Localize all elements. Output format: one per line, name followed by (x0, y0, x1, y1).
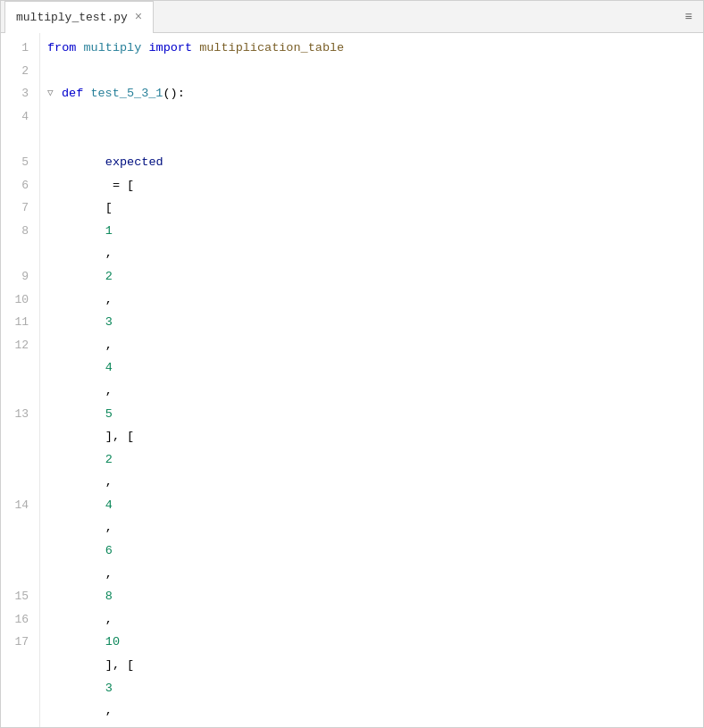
code-content[interactable]: from multiply import multiplication_tabl… (40, 33, 703, 727)
keyword-from: from (47, 37, 76, 60)
line-num-13: 13 (8, 403, 29, 426)
line-num-12b (8, 356, 29, 380)
line-numbers: 1 2 3 4 5 6 7 8 9 10 11 12 13 14 15 16 (1, 33, 40, 727)
line-num-8b (8, 242, 29, 265)
code-line-3: ▽ def test_5_3_1 (): (40, 82, 703, 105)
editor-container: multiply_test.py × ≡ 1 2 3 4 5 6 7 8 9 1… (0, 0, 704, 728)
menu-icon: ≡ (685, 10, 692, 24)
line-num-14b (8, 516, 29, 540)
keyword-def-1: def (62, 82, 83, 105)
line-num-10: 10 (8, 289, 29, 312)
code-line-2 (40, 60, 703, 83)
line-num-15: 15 (8, 585, 29, 608)
tab-bar: multiply_test.py × ≡ (1, 1, 703, 33)
line-num-9: 9 (8, 265, 29, 289)
line-num-7: 7 (8, 197, 29, 220)
file-tab[interactable]: multiply_test.py × (4, 1, 154, 33)
module-name: multiply (84, 37, 142, 60)
import-name: multiplication_table (199, 37, 344, 60)
code-line-4: expected = [ [ 1 , 2 , 3 , 4 , 5 ], [ 2 … (40, 105, 703, 727)
code-area: 1 2 3 4 5 6 7 8 9 10 11 12 13 14 15 16 (1, 33, 703, 727)
code-line-1: from multiply import multiplication_tabl… (40, 37, 703, 60)
line-num-4b (8, 128, 29, 151)
line-num-2: 2 (8, 60, 29, 83)
line-num-3: 3 (8, 82, 29, 105)
tab-list: multiply_test.py × (4, 1, 154, 33)
line-num-13d (8, 471, 29, 494)
line-num-8: 8 (8, 220, 29, 243)
line-num-12c (8, 380, 29, 403)
line-num-5: 5 (8, 151, 29, 174)
fold-arrow-3[interactable]: ▽ (47, 82, 60, 105)
line-num-14: 14 (8, 494, 29, 517)
func-name-1: test_5_3_1 (90, 82, 163, 105)
tab-filename: multiply_test.py (16, 11, 128, 24)
line-num-4: 4 (8, 105, 29, 129)
line-num-11: 11 (8, 311, 29, 334)
line-num-13b (8, 425, 29, 448)
keyword-import: import (148, 37, 192, 60)
tab-close-button[interactable]: × (135, 11, 142, 23)
editor-menu-button[interactable]: ≡ (685, 10, 700, 24)
line-num-14c (8, 540, 29, 563)
line-num-1: 1 (8, 37, 29, 60)
line-num-6: 6 (8, 174, 29, 197)
line-num-16: 16 (8, 608, 29, 632)
line-num-14d (8, 563, 29, 586)
line-num-13c (8, 448, 29, 472)
line-num-12: 12 (8, 334, 29, 357)
line-num-17: 17 (8, 631, 29, 654)
